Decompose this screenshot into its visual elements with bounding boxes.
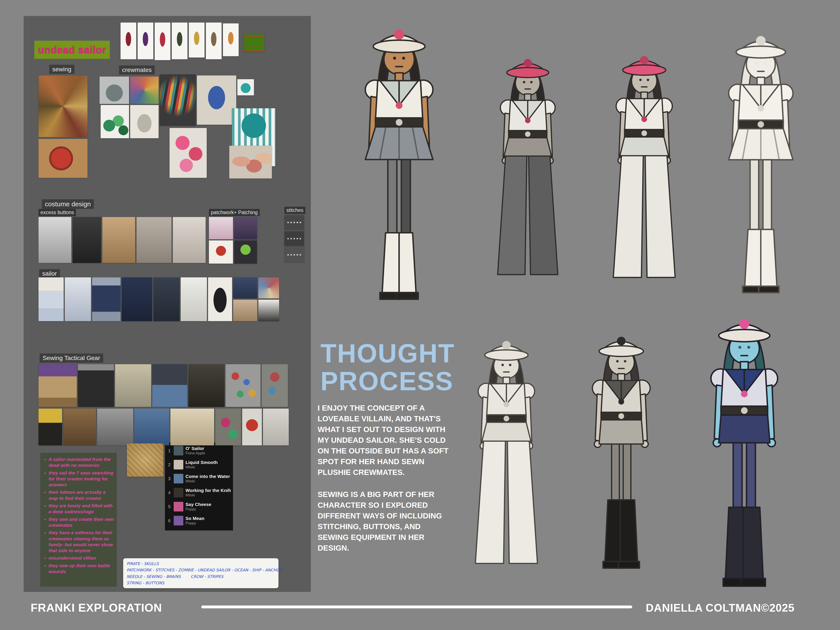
photo-crochet-pile xyxy=(130,77,159,104)
photo-sailor-11 xyxy=(258,300,279,321)
moodboard-panel: undead sailor sewing crewmates costume d… xyxy=(24,16,311,592)
backstory-notes: A sailor reanimated from the dead with n… xyxy=(40,453,117,587)
thought-paragraph-1: I ENJOY THE CONCEPT OF A LOVEABLE VILLAI… xyxy=(317,403,449,477)
photo-gear-15 xyxy=(263,409,289,445)
photo-sailor-4 xyxy=(122,277,152,321)
backstory-item: they sew up their own battle wounds xyxy=(49,563,114,575)
track-title: Working for the Knife xyxy=(185,488,231,493)
photo-patch-skirt xyxy=(209,217,233,239)
playlist-track: 2Liquid SmoothMitski xyxy=(165,458,233,472)
album-art xyxy=(174,460,183,469)
whiteboard-line: STRING - BUTTONS xyxy=(127,581,275,585)
section-label-sewing: sewing xyxy=(49,65,74,74)
photo-pincushion xyxy=(38,139,87,178)
playlist-track: 6So MeanPoppy xyxy=(165,514,233,527)
whiteboard-line: PIRATE - SKULLS xyxy=(127,561,275,566)
backstory-item: misunderstood villian xyxy=(49,555,114,561)
section-label-costume-design: costume design xyxy=(42,199,94,209)
heading-line-2: PROCESS xyxy=(321,367,455,395)
footer-project-title: FRANKI EXPLORATION xyxy=(31,601,162,614)
photo-gear-7 xyxy=(262,364,288,407)
photo-gear-12 xyxy=(171,409,214,445)
thought-process-heading: THOUGHT PROCESS xyxy=(321,339,455,395)
photo-gear-13 xyxy=(215,409,241,445)
album-art xyxy=(174,446,183,455)
backstory-item: they sew and create their own crewmates xyxy=(49,516,114,528)
photo-gear-1 xyxy=(38,364,77,407)
character-sketch-4 xyxy=(707,23,815,305)
album-art xyxy=(174,502,183,512)
ref-thumb-3 xyxy=(155,22,171,60)
section-label-patchwork: patchwork+ Patching xyxy=(209,209,260,216)
track-artist: Mitski xyxy=(185,479,230,483)
photo-sailor-1 xyxy=(38,277,64,321)
photo-stitch-3 xyxy=(284,248,304,262)
backstory-list: A sailor reanimated from the dead with n… xyxy=(43,456,114,575)
footer-divider-line xyxy=(201,605,632,608)
whiteboard-note: PIRATE - SKULLSPATCHWORK - STITCHES - ZO… xyxy=(123,558,278,588)
photo-sailor-7 xyxy=(208,277,232,321)
track-number: 1 xyxy=(167,448,172,453)
track-meta: Say CheesePoppy xyxy=(185,502,211,512)
track-number: 2 xyxy=(167,462,172,467)
ref-thumb-5 xyxy=(189,22,205,57)
photo-sailor-10 xyxy=(258,277,279,298)
character-sketch-1 xyxy=(343,23,455,305)
section-label-excess-buttons: excess buttons xyxy=(38,209,76,216)
photo-gear-10 xyxy=(97,409,133,445)
ref-thumb-4 xyxy=(172,22,188,59)
playlist-track: 1O' SailorFiona Apple xyxy=(165,444,233,458)
photo-sailor-2 xyxy=(65,277,91,321)
track-artist: Poppy xyxy=(185,507,211,512)
photo-gear-4 xyxy=(152,364,187,407)
photo-apple-art xyxy=(209,240,233,264)
photo-gear-14 xyxy=(242,409,262,445)
photo-striped-worm xyxy=(160,74,196,126)
photo-gear-5 xyxy=(188,364,224,407)
track-title: So Mean xyxy=(185,516,204,521)
album-art xyxy=(174,474,183,483)
photo-stitch-1 xyxy=(284,215,304,230)
track-title: Liquid Smooth xyxy=(185,460,218,465)
thought-paragraph-2: SEWING IS A BIG PART OF HER CHARACTER SO… xyxy=(317,489,449,553)
thought-process-body: I ENJOY THE CONCEPT OF A LOVEABLE VILLAI… xyxy=(317,403,449,565)
photo-blue-squid xyxy=(197,76,236,125)
section-label-stitches: stitches xyxy=(284,207,305,214)
footer-author-credit: DANIELLA COLTMAN©2025 xyxy=(646,602,794,614)
green-note xyxy=(244,34,264,52)
ref-thumb-6 xyxy=(206,22,222,59)
photo-thread-spools xyxy=(38,76,87,137)
heading-line-1: THOUGHT xyxy=(321,339,455,367)
track-title: Come into the Water xyxy=(185,474,230,479)
photo-gear-8 xyxy=(38,409,62,445)
backstory-item: their tattoos are actually a map to find… xyxy=(49,489,114,501)
photo-gear-11 xyxy=(134,409,169,445)
track-meta: Liquid SmoothMitski xyxy=(185,460,218,469)
character-sketch-7 xyxy=(685,313,804,591)
backstory-item: they have a softness for their crewmates… xyxy=(49,530,114,553)
section-label-tactical-gear: Sewing Tactical Gear xyxy=(39,354,103,363)
backstory-item: they are lonely and filled with a deep s… xyxy=(49,503,114,515)
track-artist: Mitski xyxy=(185,493,231,497)
track-number: 3 xyxy=(167,476,172,481)
photo-patch-dress xyxy=(173,217,205,263)
album-art xyxy=(174,516,183,526)
track-number: 4 xyxy=(167,490,172,495)
photo-green-crochet xyxy=(101,105,129,138)
track-meta: Working for the KnifeMitski xyxy=(185,488,231,497)
photo-zombie-art xyxy=(234,240,257,264)
whiteboard-line: NEEDLE - SEWING - BRAINS CROW - STRIPES xyxy=(127,574,275,579)
moodboard-title: undead sailor xyxy=(34,41,110,59)
track-artist: Poppy xyxy=(185,521,204,526)
photo-sailor-5 xyxy=(153,277,180,321)
photo-sailor-9 xyxy=(233,300,257,321)
backstory-item: they sail the 7 seas searching for their… xyxy=(49,470,114,488)
playlist-track: 5Say CheesePoppy xyxy=(165,500,233,514)
photo-gear-9 xyxy=(63,409,96,445)
track-meta: So MeanPoppy xyxy=(185,516,204,526)
photo-stitch-2 xyxy=(284,231,304,246)
photo-plush-monster xyxy=(99,77,129,104)
photo-pink-knits xyxy=(169,128,207,178)
photo-teal-plush xyxy=(237,79,254,95)
photo-button-jacket-dark xyxy=(73,217,101,263)
